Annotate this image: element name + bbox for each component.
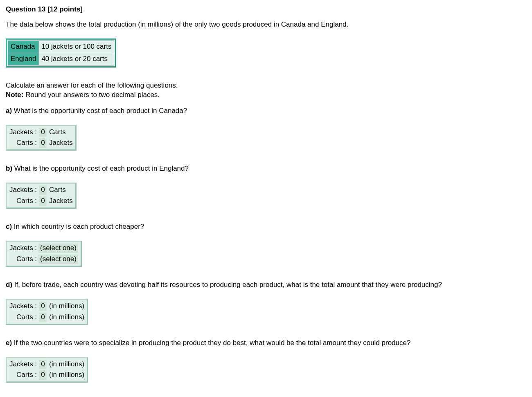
question-points: [12 points]	[47, 5, 83, 13]
part-e-prompt: e) If the two countries were to speciali…	[6, 338, 526, 348]
carts-cost-england-input[interactable]: 0	[39, 196, 47, 206]
production-cell: 40 jackets or 20 carts	[39, 53, 114, 65]
question-number: Question 13	[6, 5, 45, 13]
part-label: c)	[6, 223, 12, 230]
answer-label: Carts :	[8, 196, 38, 207]
answer-row: Jackets : 0 (in millions)	[8, 359, 86, 370]
carts-total-before-input[interactable]: 0	[39, 313, 47, 322]
table-row: Canada 10 jackets or 100 carts	[8, 41, 114, 53]
jackets-total-specialize-input[interactable]: 0	[39, 360, 47, 369]
answer-unit: Carts	[48, 127, 74, 138]
part-d-answer-box: Jackets : 0 (in millions) Carts : 0 (in …	[6, 299, 88, 325]
note-text: Round your answers to two decimal places…	[23, 91, 160, 99]
production-table: Canada 10 jackets or 100 carts England 4…	[6, 38, 116, 68]
answer-row: Jackets : 0 (in millions)	[8, 301, 86, 312]
country-cell: Canada	[8, 41, 39, 53]
part-d-prompt: d) If, before trade, each country was de…	[6, 280, 526, 290]
answer-row: Jackets : (select one)	[8, 243, 80, 254]
answer-unit: (in millions)	[48, 301, 86, 312]
answer-row: Jackets : 0 Carts	[8, 127, 74, 138]
part-text: If, before trade, each country was devot…	[12, 281, 442, 289]
part-a-answer-box: Jackets : 0 Carts Carts : 0 Jackets	[6, 125, 77, 151]
answer-label: Carts :	[8, 254, 38, 265]
answer-row: Carts : 0 (in millions)	[8, 312, 86, 323]
carts-cost-canada-input[interactable]: 0	[39, 138, 47, 148]
country-cell: England	[8, 53, 39, 65]
intro-text: The data below shows the total productio…	[6, 20, 526, 29]
instructions: Calculate an answer for each of the foll…	[6, 81, 526, 100]
answer-label: Carts :	[8, 370, 38, 381]
part-c-prompt: c) In which country is each product chea…	[6, 222, 526, 232]
part-text: In which country is each product cheaper…	[12, 223, 144, 230]
part-label: b)	[6, 165, 12, 172]
answer-unit: Jackets	[48, 138, 74, 149]
jackets-total-before-input[interactable]: 0	[39, 302, 47, 311]
question-header: Question 13 [12 points]	[6, 5, 526, 14]
part-text: If the two countries were to specialize …	[12, 339, 410, 347]
answer-label: Jackets :	[8, 127, 38, 138]
part-e-answer-box: Jackets : 0 (in millions) Carts : 0 (in …	[6, 357, 88, 383]
part-text: What is the opportunity cost of each pro…	[12, 165, 189, 172]
answer-unit: (in millions)	[48, 359, 86, 370]
answer-label: Carts :	[8, 138, 38, 149]
answer-row: Carts : 0 (in millions)	[8, 370, 86, 381]
jackets-country-select[interactable]: (select one)	[38, 244, 78, 253]
answer-unit: (in millions)	[48, 312, 86, 323]
part-text: What is the opportunity cost of each pro…	[12, 107, 187, 115]
jackets-cost-canada-input[interactable]: 0	[39, 128, 47, 137]
answer-label: Jackets :	[8, 185, 38, 196]
answer-row: Carts : (select one)	[8, 254, 80, 265]
production-cell: 10 jackets or 100 carts	[39, 41, 114, 53]
answer-row: Jackets : 0 Carts	[8, 185, 74, 196]
carts-total-specialize-input[interactable]: 0	[39, 370, 47, 380]
instruction-line: Calculate an answer for each of the foll…	[6, 81, 178, 89]
part-a-prompt: a) What is the opportunity cost of each …	[6, 106, 526, 116]
answer-row: Carts : 0 Jackets	[8, 196, 74, 207]
answer-label: Jackets :	[8, 301, 38, 312]
part-b-prompt: b) What is the opportunity cost of each …	[6, 164, 526, 174]
answer-label: Carts :	[8, 312, 38, 323]
answer-unit: (in millions)	[48, 370, 86, 381]
part-label: a)	[6, 107, 12, 115]
answer-label: Jackets :	[8, 243, 38, 254]
answer-label: Jackets :	[8, 359, 38, 370]
jackets-cost-england-input[interactable]: 0	[39, 185, 47, 195]
answer-unit: Jackets	[48, 196, 74, 207]
carts-country-select[interactable]: (select one)	[38, 255, 78, 264]
answer-row: Carts : 0 Jackets	[8, 138, 74, 149]
note-label: Note:	[6, 91, 23, 99]
part-label: e)	[6, 339, 12, 347]
table-row: England 40 jackets or 20 carts	[8, 53, 114, 65]
part-label: d)	[6, 281, 12, 289]
part-c-answer-box: Jackets : (select one) Carts : (select o…	[6, 241, 82, 267]
part-b-answer-box: Jackets : 0 Carts Carts : 0 Jackets	[6, 183, 77, 209]
answer-unit: Carts	[48, 185, 74, 196]
